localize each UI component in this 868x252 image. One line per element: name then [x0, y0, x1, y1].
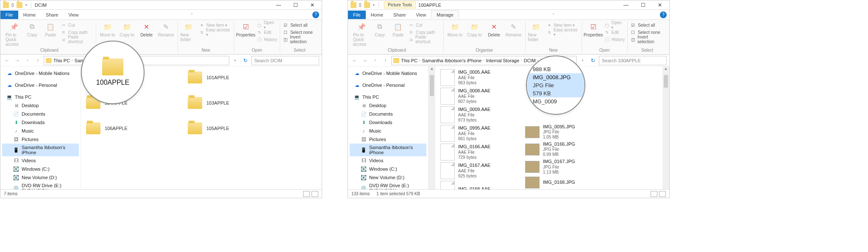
qat-icon[interactable]: ▯ [357, 2, 363, 8]
new-folder-button[interactable]: 📁New folder [528, 22, 545, 42]
tab-home[interactable]: Home [18, 11, 41, 19]
file-item[interactable]: IMG_0009.AAE AAE File 873 bytes [440, 106, 517, 123]
nav-item[interactable]: 💽 Windows (C:) [350, 165, 426, 173]
file-item[interactable]: IMG_0167.AAE AAE File 925 bytes [440, 162, 517, 179]
cut-button[interactable]: ✂Cut [408, 22, 441, 28]
forward-button[interactable]: → [13, 56, 22, 65]
tab-home[interactable]: Home [366, 11, 388, 19]
nav-item[interactable]: ☁ OneDrive - Personal [350, 81, 426, 89]
paste-button[interactable]: 📋Paste [390, 22, 406, 37]
recent-dropdown[interactable]: ▾ [371, 56, 379, 65]
select-all-button[interactable]: ☑Select all [630, 22, 664, 28]
edit-button[interactable]: ✎Edit [256, 29, 277, 36]
breadcrumb-segment[interactable]: Samantha Ibbotson's iPhone [422, 58, 481, 63]
close-button[interactable]: ✕ [304, 0, 321, 10]
nav-item[interactable]: 🖼 Pictures [2, 135, 79, 144]
nav-scrollbar[interactable]: ▲ [428, 66, 435, 189]
tab-share[interactable]: Share [388, 11, 411, 19]
folder-item[interactable]: 103APPLE [188, 94, 273, 111]
move-to-button[interactable]: 📁Move to [446, 22, 464, 37]
paste-shortcut-button[interactable]: ⇲Paste shortcut [61, 36, 93, 43]
tab-share[interactable]: Share [41, 11, 63, 19]
content-scrollbar[interactable]: ▲ [662, 66, 669, 189]
nav-item[interactable]: 💽 New Volume (D:) [350, 173, 426, 182]
select-all-button[interactable]: ☑Select all [283, 22, 317, 28]
rename-button[interactable]: ✎Rename [505, 22, 523, 37]
copy-button[interactable]: ⧉Copy [24, 22, 40, 37]
nav-item[interactable]: 📄 Documents [350, 110, 426, 118]
properties-button[interactable]: ☑Properties [584, 22, 602, 37]
help-icon[interactable]: ? [660, 11, 667, 18]
search-input[interactable]: Search DCIM [251, 56, 319, 65]
collapse-ribbon-icon[interactable]: ⌃ [190, 13, 194, 17]
breadcrumb-segment[interactable]: DCIM [524, 58, 536, 63]
invert-selection-button[interactable]: ◫Invert selection [283, 36, 317, 43]
nav-item[interactable]: 📄 Documents [2, 110, 79, 118]
nav-item[interactable]: 💿 DVD RW Drive (E:) EXPANSION [350, 182, 426, 189]
minimize-button[interactable]: — [270, 0, 287, 10]
nav-item[interactable]: 🖼 Pictures [350, 135, 426, 144]
file-item[interactable]: IMG_0166.AAE AAE File 729 bytes [440, 144, 517, 161]
pin-button[interactable]: 📌Pin to Quick access [6, 22, 22, 47]
move-to-button[interactable]: 📁Move to [99, 22, 117, 37]
recent-dropdown[interactable]: ▾ [23, 56, 32, 65]
breadcrumb-segment[interactable]: This PC [53, 58, 70, 63]
back-button[interactable]: ← [351, 56, 359, 65]
copy-to-button[interactable]: 📁Copy to [118, 22, 136, 37]
view-large[interactable] [312, 191, 318, 197]
file-item[interactable]: IMG_0168.AAE [440, 181, 517, 189]
cut-button[interactable]: ✂Cut [61, 22, 93, 28]
nav-item[interactable]: ☁ OneDrive - Personal [2, 81, 79, 89]
qat-dropdown-icon[interactable]: ▾ [23, 2, 29, 8]
invert-selection-button[interactable]: ◫Invert selection [630, 36, 664, 43]
easy-access-button[interactable]: ↯Easy access ▾ [199, 29, 231, 36]
refresh-button[interactable]: ▾ [579, 56, 587, 65]
help-icon[interactable]: ? [312, 11, 319, 18]
nav-item[interactable]: 💻 This PC [350, 93, 426, 101]
view-details[interactable] [303, 191, 310, 197]
qat-dropdown-icon[interactable]: ▾ [371, 2, 377, 8]
edit-button[interactable]: ✎Edit [604, 29, 625, 36]
file-item[interactable]: IMG_0167.JPG JPG File 1.13 MB [525, 159, 601, 174]
file-item[interactable]: IMG_0095.JPG JPG File 1.05 MB [525, 124, 601, 140]
qat-icon[interactable]: ▯ [10, 2, 16, 8]
file-item[interactable]: IMG_0008.AAE AAE File 807 bytes [440, 88, 517, 105]
file-item[interactable]: IMG_0995.AAE AAE File 861 bytes [440, 125, 517, 142]
refresh-button[interactable]: ↻ [589, 56, 597, 65]
nav-item[interactable]: 🎞 Videos [2, 156, 79, 165]
new-folder-button[interactable]: 📁New folder [181, 22, 197, 42]
up-button[interactable]: ↑ [33, 56, 42, 65]
delete-button[interactable]: ✕Delete [485, 22, 503, 37]
nav-item[interactable]: ♪ Music [350, 127, 426, 135]
refresh-button[interactable]: ▾ [231, 56, 239, 65]
nav-item[interactable]: 💽 Windows (C:) [2, 165, 79, 173]
view-details[interactable] [651, 191, 657, 197]
nav-item[interactable]: 📱 Samantha Ibbotson's iPhone [350, 144, 426, 156]
tab-file[interactable]: File [0, 11, 18, 19]
easy-access-button[interactable]: ↯Easy access ▾ [546, 29, 579, 36]
qat-icon[interactable] [17, 2, 22, 8]
search-input[interactable]: Search 100APPLE [599, 56, 667, 65]
back-button[interactable]: ← [3, 56, 11, 65]
open-button[interactable]: ▢Open ▾ [256, 22, 277, 28]
tab-file[interactable]: File [348, 11, 366, 19]
view-large[interactable] [659, 191, 666, 197]
nav-item[interactable]: 🖥 Desktop [350, 101, 426, 110]
nav-item[interactable]: 🖥 Desktop [2, 101, 79, 110]
folder-item[interactable]: 105APPLE [188, 120, 273, 137]
tab-view[interactable]: View [63, 11, 83, 19]
breadcrumb-segment[interactable]: This PC [401, 58, 417, 63]
forward-button[interactable]: → [361, 56, 369, 65]
nav-item[interactable]: 🎞 Videos [350, 156, 426, 165]
nav-item[interactable]: 💿 DVD RW Drive (E:) EXPANSION [2, 182, 79, 189]
open-button[interactable]: ▢Open ▾ [604, 22, 625, 28]
paste-shortcut-button[interactable]: ⇲Paste shortcut [408, 36, 441, 43]
file-item[interactable]: IMG_0168.JPG [525, 177, 601, 188]
collapse-ribbon-icon[interactable]: ⌃ [552, 13, 555, 17]
copy-button[interactable]: ⧉Copy [371, 22, 388, 37]
tab-view[interactable]: View [411, 11, 431, 19]
folder-item[interactable]: 106APPLE [86, 120, 171, 137]
maximize-button[interactable]: ☐ [634, 0, 651, 10]
qat-icon[interactable] [364, 2, 370, 8]
history-button[interactable]: 🕘History [256, 36, 277, 43]
